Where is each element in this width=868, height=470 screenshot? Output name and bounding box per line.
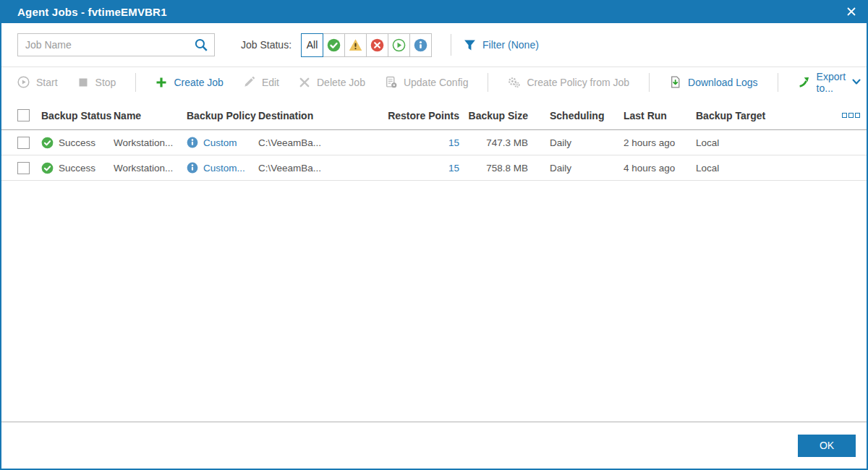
search-icon[interactable]: [194, 38, 208, 52]
export-to-button[interactable]: Export to...: [798, 71, 861, 94]
start-button[interactable]: Start: [17, 76, 58, 88]
toolbar-separator: [488, 73, 488, 92]
status-filter-success[interactable]: [323, 33, 345, 57]
empty-list-area: [1, 181, 867, 422]
col-backup-size[interactable]: Backup Size: [461, 110, 530, 121]
col-restore-points[interactable]: Restore Points: [360, 110, 461, 121]
restore-points-link[interactable]: 15: [448, 137, 459, 148]
row-checkbox[interactable]: [17, 162, 30, 174]
status-filter-running[interactable]: [388, 33, 410, 57]
restore-points-link[interactable]: 15: [448, 163, 459, 174]
download-logs-button[interactable]: Download Logs: [669, 76, 758, 88]
status-filter-all[interactable]: All: [301, 33, 323, 57]
col-scheduling[interactable]: Scheduling: [530, 110, 622, 121]
filter-none-button[interactable]: Filter (None): [464, 39, 539, 51]
col-last-run[interactable]: Last Run: [622, 110, 694, 121]
update-config-icon: [385, 76, 397, 88]
toolbar-separator: [649, 73, 650, 92]
search-input[interactable]: [25, 39, 194, 51]
filterbar-separator: [451, 34, 451, 56]
backup-policy-link[interactable]: Custom: [203, 137, 237, 148]
backup-status-value: Success: [59, 137, 95, 148]
column-chooser-icon: [848, 113, 854, 118]
column-chooser-icon: [842, 113, 847, 118]
col-backup-status[interactable]: Backup Status: [40, 110, 112, 121]
update-config-button[interactable]: Update Config: [385, 76, 469, 88]
destination-value: C:\VeeamBa...: [257, 163, 360, 174]
destination-value: C:\VeeamBa...: [257, 137, 360, 148]
policy-info-icon[interactable]: [187, 137, 198, 148]
row-checkbox[interactable]: [17, 137, 30, 149]
edit-label: Edit: [262, 77, 279, 88]
create-job-label: Create Job: [174, 77, 223, 88]
download-logs-icon: [669, 76, 681, 88]
last-run-value: 2 hours ago: [622, 137, 694, 148]
start-label: Start: [36, 77, 58, 88]
plus-icon: [156, 77, 167, 88]
column-chooser-icon: [855, 113, 860, 118]
close-icon: [846, 7, 856, 17]
start-icon: [17, 76, 30, 88]
update-config-label: Update Config: [404, 77, 469, 88]
create-policy-from-job-label: Create Policy from Job: [527, 77, 629, 88]
gears-icon: [508, 76, 520, 88]
backup-target-value: Local: [694, 163, 835, 174]
edit-button[interactable]: Edit: [243, 76, 279, 88]
stop-button[interactable]: Stop: [77, 77, 116, 88]
dialog-footer: OK: [1, 422, 867, 469]
col-backup-policy[interactable]: Backup Policy: [185, 110, 257, 121]
titlebar: Agent Jobs - fvtimeEMVBR1: [1, 0, 867, 23]
col-destination[interactable]: Destination: [257, 110, 360, 121]
toolbar: Start Stop Create Job Edit Delete Job Up…: [1, 67, 867, 97]
status-filter-info[interactable]: [409, 33, 432, 57]
last-run-value: 4 hours ago: [622, 163, 694, 174]
download-logs-label: Download Logs: [688, 77, 758, 88]
delete-job-label: Delete Job: [317, 77, 365, 88]
status-filter-error[interactable]: [366, 33, 388, 57]
column-chooser-button[interactable]: [835, 113, 867, 118]
table-header: Backup Status Name Backup Policy Destina…: [1, 101, 867, 130]
backup-status-value: Success: [59, 163, 95, 174]
job-name-value: Workstation...: [112, 163, 185, 174]
export-to-label: Export to...: [817, 71, 846, 94]
success-status-icon: [41, 162, 54, 174]
window-title: Agent Jobs - fvtimeEMVBR1: [17, 6, 167, 18]
table-row[interactable]: Success Workstation... Custom C:\VeeamBa…: [1, 130, 867, 155]
create-job-button[interactable]: Create Job: [156, 77, 223, 88]
scheduling-value: Daily: [530, 163, 622, 174]
select-all-cell: [17, 109, 40, 121]
toolbar-separator: [778, 73, 778, 92]
info-icon: [414, 38, 427, 52]
ok-button[interactable]: OK: [798, 435, 856, 457]
select-all-checkbox[interactable]: [17, 109, 30, 121]
status-filter-warning[interactable]: [344, 33, 367, 57]
filter-none-label: Filter (None): [482, 39, 539, 51]
chevron-down-icon: [852, 79, 861, 85]
stop-icon: [77, 77, 89, 88]
create-policy-from-job-button[interactable]: Create Policy from Job: [508, 76, 629, 88]
error-icon: [370, 38, 384, 52]
job-status-label: Job Status:: [241, 39, 292, 51]
delete-job-button[interactable]: Delete Job: [299, 77, 365, 88]
export-arrow-icon: [798, 76, 810, 88]
filter-funnel-icon: [464, 39, 476, 51]
backup-policy-link[interactable]: Custom...: [203, 163, 245, 174]
toolbar-separator: [135, 73, 136, 92]
agent-jobs-dialog: Agent Jobs - fvtimeEMVBR1 Job Status: Al…: [0, 0, 868, 470]
table-row[interactable]: Success Workstation... Custom... C:\Veea…: [1, 155, 867, 181]
job-name-search[interactable]: [17, 33, 215, 56]
backup-size-value: 758.8 MB: [461, 163, 530, 174]
running-icon: [392, 38, 406, 52]
col-name[interactable]: Name: [112, 110, 185, 121]
backup-target-value: Local: [694, 137, 835, 148]
col-backup-target[interactable]: Backup Target: [694, 110, 835, 121]
success-status-icon: [41, 137, 54, 149]
delete-icon: [299, 77, 310, 88]
close-button[interactable]: [846, 7, 856, 17]
policy-info-icon[interactable]: [187, 162, 198, 174]
pencil-icon: [243, 76, 255, 88]
stop-label: Stop: [95, 77, 116, 88]
job-name-value: Workstation...: [112, 137, 185, 148]
success-icon: [327, 38, 341, 52]
warning-icon: [349, 38, 362, 52]
